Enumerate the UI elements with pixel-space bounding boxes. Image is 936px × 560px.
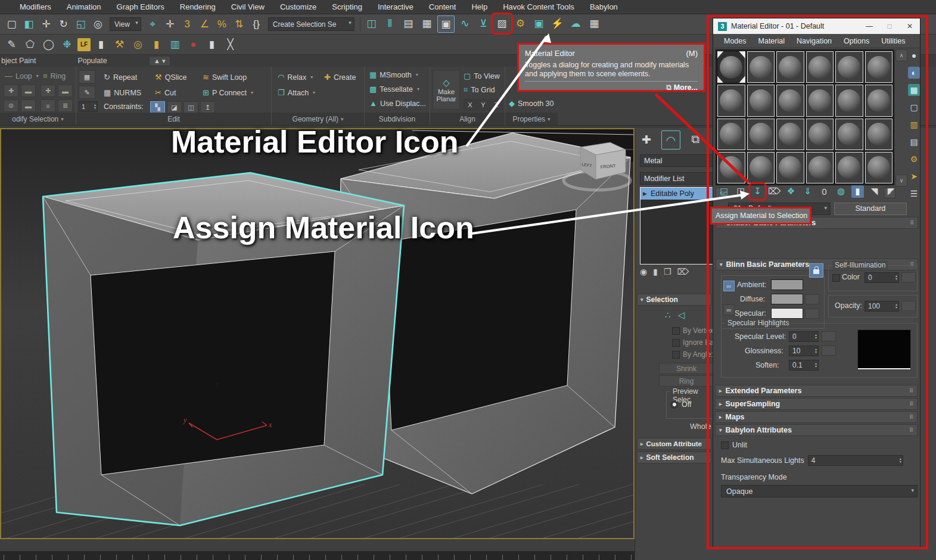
ribbon-caption-geometry[interactable]: Geometry (All) [272, 113, 364, 125]
preserve-uvs-icon[interactable]: ▦ [79, 70, 95, 83]
opacity-spinner[interactable]: 100▴▾ [865, 301, 899, 312]
select-and-rotate-icon[interactable]: ↻ [55, 16, 71, 32]
remove-modifier-icon[interactable]: ⌦ [677, 267, 689, 276]
specular-color-swatch[interactable] [771, 308, 803, 319]
snaps-toggle-icon[interactable]: 3 [179, 16, 195, 32]
soften-spinner[interactable]: 0.1▴▾ [789, 360, 819, 371]
material-sample-slot[interactable] [806, 118, 835, 151]
menubar-item[interactable]: Animation [59, 2, 109, 11]
menubar-item[interactable]: Babylon [582, 2, 626, 11]
dot-ring-icon[interactable]: ≣ [58, 99, 73, 112]
relax-button[interactable]: ◠Relax▾ [278, 73, 313, 82]
menubar-item[interactable]: Havok Content Tools [495, 2, 582, 11]
freeform-pencil-icon[interactable]: ✎ [4, 36, 20, 52]
sample-uv-tiling-icon[interactable]: ▢ [908, 101, 920, 113]
material-sample-slot[interactable] [865, 84, 894, 117]
material-sample-slot[interactable] [776, 151, 805, 184]
transparency-mode-dropdown[interactable]: Opaque [721, 485, 918, 497]
loop-mode-icon[interactable]: ⊜ [4, 99, 18, 112]
percent-snap-icon[interactable]: % [214, 16, 230, 32]
material-editor-icon[interactable]: ▨ [494, 15, 510, 32]
me-menu-item[interactable]: Options [838, 37, 875, 45]
material-id-channel-icon[interactable]: 0 [818, 185, 831, 198]
repeat-button[interactable]: ↻Repeat [104, 73, 137, 82]
sphere-brush-icon[interactable]: ◯ [41, 36, 57, 52]
unlit-checkbox[interactable]: Unlit [721, 441, 912, 449]
vertex-subobject-icon[interactable]: ∴ [665, 310, 671, 321]
reference-coordinate-dropdown[interactable]: View [110, 17, 141, 31]
align-y-button[interactable]: Y [477, 99, 490, 111]
attach-button[interactable]: ❐Attach▾ [278, 88, 315, 97]
menubar-item[interactable]: Content [421, 2, 464, 11]
render-in-cloud-icon[interactable]: ☁ [568, 15, 584, 32]
show-end-result-icon[interactable]: ▮ [851, 185, 864, 198]
material-sample-slot[interactable] [747, 51, 776, 83]
tessellate-button[interactable]: ▩Tessellate▾ [369, 85, 419, 94]
named-selection-set-dropdown[interactable]: Create Selection Se [268, 17, 355, 31]
swift-loop-button[interactable]: ≋Swift Loop [203, 73, 247, 82]
constraint-edge-icon[interactable]: ◪ [167, 101, 182, 114]
maximize-button[interactable]: □ [879, 18, 900, 34]
go-forward-sibling-icon[interactable]: ◤ [885, 185, 897, 198]
material-sample-slot[interactable] [776, 51, 805, 83]
edit-named-selection-sets-icon[interactable]: {} [248, 16, 265, 32]
nurms-button[interactable]: ▦NURMS [104, 88, 141, 97]
ambient-diffuse-padlock-icon[interactable] [809, 263, 823, 278]
align-x-button[interactable]: X [464, 99, 477, 111]
use-pivot-point-icon[interactable]: ⌖ [145, 16, 161, 32]
self-illumination-color-checkbox[interactable] [832, 274, 840, 282]
expand-arrow-icon[interactable]: ▶ [643, 191, 647, 197]
constraint-face-icon[interactable]: ◫ [184, 101, 198, 114]
material-sample-slot[interactable] [835, 51, 864, 83]
qslice-button[interactable]: ⚒QSlice [155, 73, 186, 82]
p-connect-button[interactable]: ⊞P Connect▾ [203, 88, 253, 97]
material-sample-slot[interactable] [865, 118, 894, 151]
smooth-30-button[interactable]: ◆Smooth 30 [509, 99, 553, 108]
hammer-tool-icon[interactable]: ⚒ [111, 36, 128, 52]
material-sample-slot[interactable] [806, 151, 835, 184]
supersampling-rollout[interactable]: SuperSampling⠿ [715, 398, 918, 410]
ring-grow-icon[interactable]: ✚ [41, 85, 55, 97]
angle-snap-icon[interactable]: ∠ [197, 16, 213, 32]
cross-lines-icon[interactable]: ╳ [222, 36, 238, 52]
make-unique-icon[interactable]: ❖ [785, 185, 797, 198]
me-menu-item[interactable]: Material [752, 37, 791, 45]
lf-badge-icon[interactable]: LF [77, 38, 91, 51]
object-name-field[interactable]: Metal [640, 154, 717, 167]
render-production-icon[interactable]: ⚡ [549, 15, 565, 32]
perspective-viewport[interactable]: y x z LEFT FRONT [0, 128, 635, 539]
max-lights-spinner[interactable]: 4▴▾ [808, 455, 903, 466]
reset-map-icon[interactable]: ⌦ [768, 185, 780, 198]
specular-level-map-button[interactable] [822, 331, 836, 341]
by-vertex-checkbox[interactable]: By Vertex [672, 326, 713, 335]
material-sample-slot[interactable] [865, 51, 894, 83]
go-to-parent-icon[interactable]: ◥ [868, 185, 881, 198]
material-sample-slot[interactable] [717, 84, 746, 117]
render-presets-icon[interactable]: ▦ [586, 15, 602, 32]
ring-button[interactable]: Ring [659, 375, 714, 387]
show-end-result-stack-icon[interactable]: ▮ [653, 267, 658, 276]
slots-scroll-up-button[interactable]: ∧ [895, 49, 907, 61]
select-by-material-icon[interactable]: ➤ [908, 170, 920, 182]
ribbon-caption-properties[interactable]: Properties [505, 113, 558, 125]
to-grid-button[interactable]: ⌗To Grid [464, 85, 495, 95]
ambient-color-swatch[interactable] [771, 279, 803, 290]
dot-loop-icon[interactable]: ▬ [21, 99, 36, 112]
column-tool-b-icon[interactable]: ▮ [148, 36, 164, 52]
menubar-item[interactable]: Civil View [223, 2, 272, 11]
material-sample-slot[interactable] [776, 118, 805, 151]
put-material-to-scene-icon[interactable]: ◳ [735, 185, 747, 198]
column-tool-a-icon[interactable]: ▮ [93, 36, 109, 52]
msmooth-button[interactable]: ▦MSmooth▾ [369, 70, 418, 79]
ignore-backfacing-checkbox[interactable]: Ignore Ba [672, 338, 714, 347]
target-tool-icon[interactable]: ◎ [130, 36, 146, 52]
align-icon[interactable]: ⫴ [382, 15, 398, 32]
material-sample-slot[interactable] [717, 118, 746, 151]
menubar-item[interactable]: Help [464, 2, 495, 11]
to-view-button[interactable]: ▢To View [464, 71, 500, 80]
rendered-frame-window-icon[interactable]: ▣ [531, 15, 547, 32]
sample-type-icon[interactable]: ● [908, 49, 920, 61]
create-tab-icon[interactable]: ✚ [638, 130, 655, 148]
me-menu-item[interactable]: Navigation [791, 37, 838, 45]
glossiness-spinner[interactable]: 10▴▾ [789, 346, 819, 356]
